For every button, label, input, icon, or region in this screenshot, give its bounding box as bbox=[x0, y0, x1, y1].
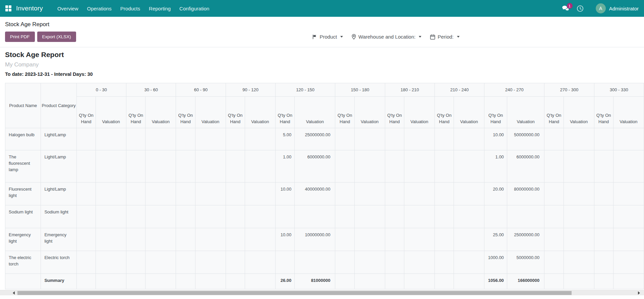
age-bucket-header: 180 - 210 bbox=[385, 83, 434, 97]
qty-on-hand-header: Q'ty On Hand bbox=[544, 97, 564, 128]
table-row: The fluorescent lampLight/Lamp1.00600000… bbox=[5, 150, 644, 183]
horizontal-scrollbar[interactable] bbox=[0, 290, 644, 295]
valuation-cell bbox=[96, 183, 126, 205]
valuation-cell bbox=[613, 205, 644, 228]
qty-cell bbox=[335, 228, 354, 251]
age-bucket-header: 240 - 270 bbox=[484, 83, 544, 97]
report-company: My Company bbox=[5, 61, 639, 68]
stock-age-table: Product NameProduct Category0 - 3030 - 6… bbox=[5, 83, 644, 289]
app-brand[interactable]: Inventory bbox=[16, 5, 43, 12]
calendar-icon bbox=[430, 34, 435, 40]
qty-cell: 1.00 bbox=[484, 150, 507, 183]
qty-cell bbox=[126, 251, 145, 274]
qty-cell bbox=[176, 150, 195, 183]
qty-cell bbox=[335, 128, 354, 150]
main-menu: Overview Operations Products Reporting C… bbox=[53, 0, 214, 17]
valuation-cell bbox=[354, 205, 385, 228]
qty-cell: 1.00 bbox=[275, 150, 295, 183]
scroll-left-arrow-icon[interactable] bbox=[13, 291, 15, 295]
qty-cell: 26.00 bbox=[275, 274, 295, 289]
period-filter-label: Period: bbox=[437, 34, 454, 40]
qty-cell bbox=[275, 251, 295, 274]
table-row: Sodium lightSodium light bbox=[5, 205, 644, 228]
valuation-cell bbox=[454, 251, 484, 274]
product-filter-label: Product bbox=[319, 34, 337, 40]
qty-on-hand-header: Q'ty On Hand bbox=[594, 97, 613, 128]
menu-item-reporting[interactable]: Reporting bbox=[144, 0, 175, 17]
valuation-cell: 6000000.00 bbox=[507, 150, 544, 183]
product-filter[interactable]: Product bbox=[312, 34, 343, 40]
age-bucket-header: 90 - 120 bbox=[226, 83, 275, 97]
qty-cell bbox=[434, 150, 454, 183]
product-category-cell: Light/Lamp bbox=[41, 183, 76, 205]
valuation-cell: 25000000.00 bbox=[507, 228, 544, 251]
apps-grid-icon[interactable] bbox=[5, 5, 11, 11]
product-category-cell: Sodium light bbox=[41, 205, 76, 228]
valuation-header: Valuation bbox=[354, 97, 385, 128]
valuation-cell: 5000000.00 bbox=[507, 251, 544, 274]
age-bucket-header: 300 - 330 bbox=[594, 83, 644, 97]
report-table-viewport: Product NameProduct Category0 - 3030 - 6… bbox=[5, 83, 644, 289]
valuation-header: Valuation bbox=[96, 97, 126, 128]
qty-cell bbox=[176, 251, 195, 274]
valuation-cell: 25000000.00 bbox=[295, 128, 335, 150]
qty-on-hand-header: Q'ty On Hand bbox=[484, 97, 507, 128]
menu-item-overview[interactable]: Overview bbox=[53, 0, 83, 17]
qty-on-hand-header: Q'ty On Hand bbox=[126, 97, 145, 128]
qty-cell bbox=[594, 205, 613, 228]
qty-cell bbox=[544, 274, 564, 289]
qty-cell bbox=[76, 251, 96, 274]
qty-cell bbox=[176, 228, 195, 251]
systray: 1 A Administrator bbox=[562, 3, 639, 13]
valuation-cell bbox=[454, 150, 484, 183]
report-date-line: To date: 2023-12-31 - Interval Days: 30 bbox=[5, 71, 639, 77]
scrollbar-thumb[interactable] bbox=[17, 291, 572, 295]
menu-item-configuration[interactable]: Configuration bbox=[175, 0, 214, 17]
flag-icon bbox=[312, 34, 317, 40]
valuation-cell: 81000000 bbox=[295, 274, 335, 289]
qty-cell bbox=[176, 183, 195, 205]
valuation-cell: 166000000 bbox=[507, 274, 544, 289]
export-xlsx-button[interactable]: Export (XLSX) bbox=[37, 32, 76, 42]
valuation-cell: 40000000.00 bbox=[295, 183, 335, 205]
qty-cell bbox=[385, 228, 404, 251]
qty-cell bbox=[176, 128, 195, 150]
valuation-cell bbox=[564, 205, 594, 228]
valuation-header: Valuation bbox=[404, 97, 434, 128]
qty-cell: 10.00 bbox=[275, 228, 295, 251]
qty-cell bbox=[544, 251, 564, 274]
qty-cell bbox=[434, 228, 454, 251]
menu-item-operations[interactable]: Operations bbox=[82, 0, 116, 17]
age-bucket-header: 60 - 90 bbox=[176, 83, 226, 97]
qty-cell bbox=[594, 183, 613, 205]
period-filter[interactable]: Period: bbox=[430, 34, 460, 40]
qty-on-hand-header: Q'ty On Hand bbox=[335, 97, 354, 128]
qty-cell bbox=[176, 205, 195, 228]
qty-cell bbox=[434, 274, 454, 289]
warehouse-location-filter[interactable]: Warehouse and Location: bbox=[352, 34, 421, 40]
messages-icon[interactable]: 1 bbox=[562, 5, 569, 11]
qty-cell bbox=[126, 274, 145, 289]
valuation-cell bbox=[245, 274, 275, 289]
qty-cell bbox=[335, 183, 354, 205]
valuation-header: Valuation bbox=[195, 97, 226, 128]
print-pdf-button[interactable]: Print PDF bbox=[5, 32, 35, 42]
valuation-cell bbox=[145, 228, 176, 251]
user-menu[interactable]: A Administrator bbox=[596, 3, 639, 13]
qty-cell bbox=[76, 205, 96, 228]
qty-cell bbox=[126, 228, 145, 251]
valuation-header: Valuation bbox=[507, 97, 544, 128]
scroll-right-arrow-icon[interactable] bbox=[638, 291, 640, 295]
valuation-cell bbox=[245, 251, 275, 274]
valuation-cell bbox=[564, 251, 594, 274]
qty-on-hand-header: Q'ty On Hand bbox=[76, 97, 96, 128]
qty-cell bbox=[434, 205, 454, 228]
table-row: Fluorescent lightLight/Lamp10.0040000000… bbox=[5, 183, 644, 205]
menu-item-products[interactable]: Products bbox=[116, 0, 144, 17]
qty-cell bbox=[226, 205, 245, 228]
qty-on-hand-header: Q'ty On Hand bbox=[275, 97, 295, 128]
valuation-cell bbox=[454, 128, 484, 150]
age-bucket-header: 150 - 180 bbox=[335, 83, 385, 97]
activities-clock-icon[interactable] bbox=[577, 5, 584, 12]
qty-cell bbox=[385, 251, 404, 274]
